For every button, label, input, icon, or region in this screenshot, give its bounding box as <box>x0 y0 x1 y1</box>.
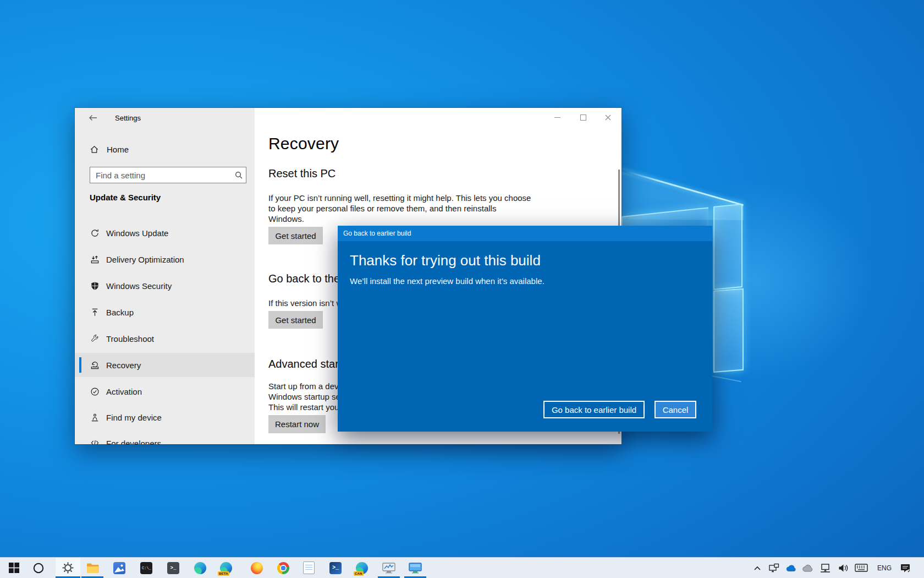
back-arrow-icon <box>89 114 97 121</box>
taskbar-edge-beta[interactable]: BETA <box>215 558 237 578</box>
section-heading-go-back: Go back to the <box>268 272 340 285</box>
tray-onedrive[interactable] <box>783 558 799 578</box>
file-explorer-icon <box>86 563 99 574</box>
taskbar-photos[interactable] <box>108 558 130 578</box>
sidebar-item-troubleshoot[interactable]: Troubleshoot <box>75 326 255 351</box>
sidebar-item-label: Home <box>107 145 129 154</box>
onedrive-icon <box>785 564 796 572</box>
tray-touch-keyboard[interactable] <box>854 558 869 578</box>
get-started-go-back-button[interactable]: Get started <box>268 311 323 329</box>
firefox-icon <box>251 562 263 574</box>
section-body-advanced-startup: Start up from a deviWindows startup setT… <box>268 381 343 412</box>
tray-language[interactable]: ENG <box>875 558 894 578</box>
sidebar-item-home[interactable]: Home <box>75 139 255 160</box>
sidebar-item-find-my-device[interactable]: Find my device <box>75 405 255 429</box>
back-button[interactable] <box>85 111 101 125</box>
sidebar-item-for-developers[interactable]: For developers <box>75 431 255 444</box>
taskbar-edge[interactable] <box>189 558 211 578</box>
canary-badge: CAN <box>354 571 364 576</box>
touch-keyboard-icon <box>855 564 868 572</box>
recovery-icon <box>90 361 100 370</box>
action-center-icon <box>900 563 911 573</box>
taskbar-settings[interactable] <box>56 558 80 578</box>
tray-remote-desktop[interactable] <box>766 558 782 578</box>
edge-icon <box>194 562 206 574</box>
section-body-go-back: If this version isn’t w <box>268 298 342 308</box>
remote-desktop-icon <box>769 563 779 572</box>
sidebar-item-windows-update[interactable]: Windows Update <box>75 221 255 245</box>
edge-beta-icon: BETA <box>220 562 232 574</box>
taskbar-notepad[interactable] <box>298 558 320 578</box>
close-icon <box>605 114 611 121</box>
taskbar: C:\_ >_ BETA >_ CAN <box>0 557 924 578</box>
windows-logo-pane-bottom-right <box>713 288 744 373</box>
taskbar-powershell-dark[interactable]: >_ <box>162 558 184 578</box>
sidebar-item-delivery-optimization[interactable]: Delivery Optimization <box>75 247 255 271</box>
dialog-title: Go back to earlier build <box>343 230 411 237</box>
maximize-icon <box>580 114 586 121</box>
settings-icon <box>62 561 74 574</box>
dialog-message: We’ll install the next preview build whe… <box>350 276 544 286</box>
restart-now-button[interactable]: Restart now <box>268 415 326 433</box>
notepad-icon <box>303 561 315 574</box>
taskbar-firefox[interactable] <box>246 558 268 578</box>
delivery-optimization-icon <box>90 255 100 264</box>
home-icon <box>90 145 99 154</box>
beta-badge: BETA <box>218 571 229 576</box>
tray-onedrive-personal[interactable] <box>800 558 815 578</box>
sidebar-section-label: Update & Security <box>90 193 161 202</box>
minimize-icon <box>554 117 560 118</box>
tray-network[interactable] <box>817 558 833 578</box>
volume-icon <box>838 564 849 572</box>
taskbar-display-settings[interactable] <box>404 558 426 578</box>
taskbar-edge-canary[interactable]: CAN <box>351 558 373 578</box>
edge-canary-icon: CAN <box>356 562 368 574</box>
sidebar-item-backup[interactable]: Backup <box>75 300 255 324</box>
page-title: Recovery <box>268 134 339 153</box>
maximize-button[interactable] <box>570 108 596 127</box>
taskbar-powershell-blue[interactable]: >_ <box>324 558 346 578</box>
windows-update-icon <box>90 228 100 238</box>
cancel-button[interactable]: Cancel <box>654 401 696 418</box>
tray-action-center[interactable] <box>898 558 913 578</box>
troubleshoot-icon <box>90 334 100 343</box>
taskbar-file-explorer[interactable] <box>81 558 103 578</box>
go-back-dialog: Go back to earlier build Thanks for tryi… <box>338 226 712 432</box>
search-button[interactable] <box>28 558 50 578</box>
close-button[interactable] <box>595 108 620 127</box>
performance-monitor-icon <box>382 562 395 574</box>
search-icon <box>32 562 45 574</box>
windows-logo-pane-top-right <box>713 204 743 290</box>
search-icon <box>232 171 246 179</box>
tray-show-hidden-icons[interactable] <box>750 558 765 578</box>
dialog-titlebar: Go back to earlier build <box>338 226 712 241</box>
get-started-reset-button[interactable]: Get started <box>268 227 323 244</box>
network-icon <box>820 563 831 572</box>
start-button[interactable] <box>3 558 25 578</box>
dialog-heading: Thanks for trying out this build <box>350 252 541 269</box>
photos-icon <box>113 562 125 574</box>
section-heading-reset: Reset this PC <box>268 167 336 180</box>
section-body-reset: If your PC isn’t running well, resetting… <box>268 193 531 224</box>
sidebar-item-recovery[interactable]: Recovery <box>75 353 255 377</box>
taskbar-command-prompt[interactable]: C:\_ <box>135 558 157 578</box>
taskbar-chrome[interactable] <box>272 558 294 578</box>
window-title: Settings <box>115 114 141 122</box>
powershell-blue-icon: >_ <box>329 562 342 574</box>
find-my-device-icon <box>90 413 100 422</box>
powershell-dark-icon: >_ <box>167 562 179 574</box>
backup-icon <box>90 308 100 317</box>
search-box[interactable] <box>90 167 246 183</box>
onedrive-personal-icon <box>802 564 813 572</box>
sidebar-item-activation[interactable]: Activation <box>75 379 255 403</box>
windows-security-icon <box>90 281 100 291</box>
go-back-to-earlier-build-button[interactable]: Go back to earlier build <box>543 401 645 418</box>
taskbar-performance-monitor[interactable] <box>378 558 400 578</box>
minimize-button[interactable] <box>544 108 570 127</box>
language-label: ENG <box>877 564 892 572</box>
dialog-body: Thanks for trying out this build We’ll i… <box>338 241 712 432</box>
sidebar-item-windows-security[interactable]: Windows Security <box>75 274 255 298</box>
start-icon <box>9 563 19 573</box>
tray-volume[interactable] <box>835 558 851 578</box>
search-input[interactable] <box>90 171 232 180</box>
